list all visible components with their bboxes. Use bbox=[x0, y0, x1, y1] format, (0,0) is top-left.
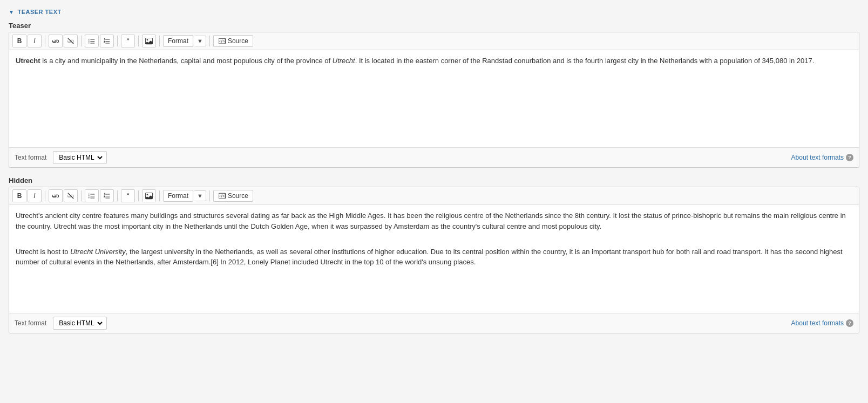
hidden-field: Hidden B I “ bbox=[9, 176, 859, 333]
text-format-select[interactable]: Basic HTML Full HTML Plain text bbox=[53, 151, 107, 164]
hidden-italic-button[interactable]: I bbox=[28, 189, 42, 202]
hidden-text-format-label: Text format bbox=[15, 319, 46, 327]
hidden-blockquote-button[interactable]: “ bbox=[121, 189, 135, 202]
text-format-dropdown[interactable]: Basic HTML Full HTML Plain text bbox=[56, 153, 104, 162]
section-title: TEASER TEXT bbox=[17, 9, 61, 15]
help-icon: ? bbox=[846, 154, 853, 161]
section-header: ▼ TEASER TEXT bbox=[9, 9, 859, 15]
h-separator-6 bbox=[209, 190, 210, 201]
bold-button[interactable]: B bbox=[12, 35, 26, 47]
text-format-label: Text format bbox=[15, 154, 46, 161]
teaser-content[interactable]: Utrecht is a city and municipality in th… bbox=[9, 50, 859, 147]
blockquote-button[interactable]: “ bbox=[121, 35, 135, 47]
separator-6 bbox=[209, 36, 210, 46]
numbered-list-icon bbox=[103, 37, 111, 45]
hidden-image-button[interactable] bbox=[142, 189, 156, 202]
italic-button[interactable]: I bbox=[28, 35, 42, 47]
hidden-numbered-icon bbox=[103, 192, 111, 200]
text-format-wrapper: Text format Basic HTML Full HTML Plain t… bbox=[15, 151, 107, 164]
svg-line-1 bbox=[68, 193, 74, 199]
hidden-source-button[interactable]: Source bbox=[213, 190, 253, 202]
h-separator-3 bbox=[117, 190, 118, 201]
collapse-arrow[interactable]: ▼ bbox=[9, 9, 14, 15]
hidden-paragraph-1: Utrecht's ancient city centre features m… bbox=[16, 210, 852, 231]
teaser-italic-text: Utrecht bbox=[333, 57, 355, 65]
hidden-footer: Text format Basic HTML Full HTML Plain t… bbox=[9, 313, 859, 333]
image-button[interactable] bbox=[142, 35, 156, 47]
numbered-list-button[interactable] bbox=[100, 35, 114, 47]
teaser-label: Teaser bbox=[9, 22, 859, 30]
hidden-unlink-button[interactable] bbox=[64, 189, 78, 202]
hidden-bold-button[interactable]: B bbox=[12, 189, 26, 202]
hidden-link-button[interactable] bbox=[49, 189, 63, 202]
teaser-field: Teaser B I “ bbox=[9, 22, 859, 168]
format-group: Format ▼ bbox=[163, 35, 206, 47]
hidden-numbered-button[interactable] bbox=[100, 189, 114, 202]
bullet-list-button[interactable] bbox=[85, 35, 99, 47]
separator-3 bbox=[117, 36, 118, 46]
teaser-bold-text: Utrecht bbox=[16, 57, 40, 65]
hidden-format-dropdown[interactable]: ▼ bbox=[194, 190, 206, 201]
hidden-text-format-dropdown[interactable]: Basic HTML Full HTML Plain text bbox=[56, 318, 104, 328]
format-dropdown[interactable]: ▼ bbox=[194, 36, 206, 46]
hidden-italic-university: Utrecht University bbox=[70, 248, 126, 256]
hidden-text-format-select[interactable]: Basic HTML Full HTML Plain text bbox=[53, 317, 107, 330]
hidden-bullet-icon bbox=[88, 192, 96, 200]
hidden-link-icon bbox=[52, 192, 59, 200]
hidden-text-format-wrapper: Text format Basic HTML Full HTML Plain t… bbox=[15, 317, 107, 330]
hidden-image-icon bbox=[145, 192, 153, 200]
link-icon bbox=[52, 37, 59, 45]
bullet-list-icon bbox=[88, 37, 96, 45]
hidden-help-icon: ? bbox=[846, 319, 853, 327]
separator-2 bbox=[81, 36, 82, 46]
about-formats-link[interactable]: About text formats ? bbox=[791, 154, 853, 161]
hidden-paragraph-2: Utrecht is host to Utrecht University, t… bbox=[16, 247, 852, 268]
source-button[interactable]: Source bbox=[213, 35, 253, 47]
hidden-editor: B I “ Format ▼ bbox=[9, 187, 859, 333]
teaser-toolbar: B I “ bbox=[9, 32, 859, 50]
svg-line-0 bbox=[68, 38, 74, 44]
image-icon bbox=[145, 37, 153, 45]
separator-4 bbox=[138, 36, 139, 46]
unlink-button[interactable] bbox=[64, 35, 78, 47]
h-separator-4 bbox=[138, 190, 139, 201]
hidden-toolbar: B I “ Format ▼ bbox=[9, 187, 859, 205]
hidden-content[interactable]: Utrecht's ancient city centre features m… bbox=[9, 205, 859, 313]
source-icon bbox=[218, 37, 226, 45]
hidden-label: Hidden bbox=[9, 176, 859, 185]
h-separator-1 bbox=[45, 190, 45, 201]
hidden-bullet-button[interactable] bbox=[85, 189, 99, 202]
hidden-format-group: Format ▼ bbox=[163, 190, 206, 202]
format-button[interactable]: Format bbox=[163, 35, 193, 47]
h-separator-5 bbox=[159, 190, 160, 201]
teaser-footer: Text format Basic HTML Full HTML Plain t… bbox=[9, 147, 859, 167]
hidden-source-icon bbox=[218, 192, 226, 200]
hidden-about-formats-link[interactable]: About text formats ? bbox=[791, 319, 853, 327]
teaser-paragraph-1: Utrecht is a city and municipality in th… bbox=[16, 56, 852, 66]
link-button[interactable] bbox=[49, 35, 63, 47]
teaser-editor: B I “ bbox=[9, 32, 859, 168]
hidden-unlink-icon bbox=[67, 192, 74, 200]
separator-5 bbox=[159, 36, 160, 46]
h-separator-2 bbox=[81, 190, 82, 201]
unlink-icon bbox=[67, 37, 74, 45]
hidden-format-button[interactable]: Format bbox=[163, 190, 193, 202]
separator-1 bbox=[45, 36, 45, 46]
